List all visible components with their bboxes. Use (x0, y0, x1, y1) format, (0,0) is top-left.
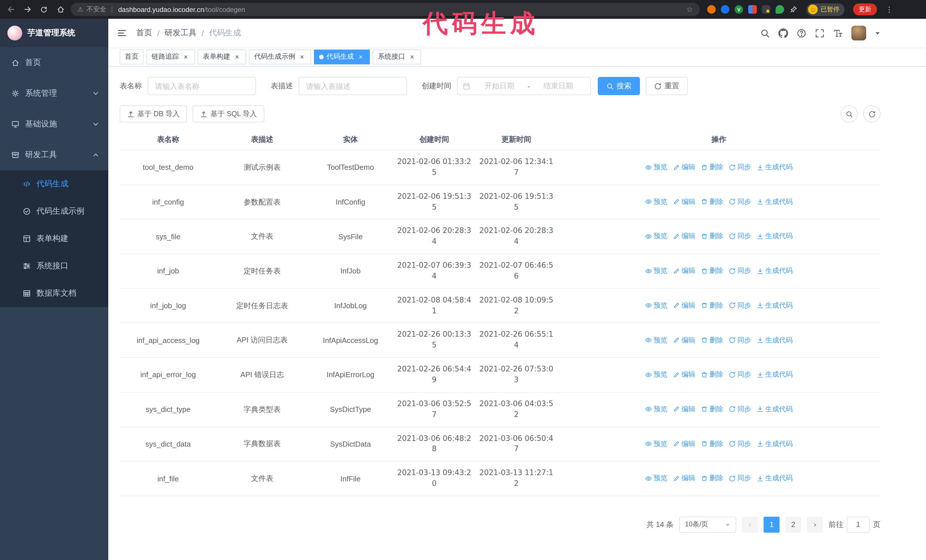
op-download-link[interactable]: 生成代码 (757, 474, 793, 483)
browser-back-button[interactable] (5, 3, 17, 16)
table-desc-input[interactable] (299, 77, 407, 95)
breadcrumb-item[interactable]: 研发工具 (165, 28, 197, 38)
page-button-2[interactable]: 2 (785, 517, 801, 533)
extension-icon[interactable] (748, 5, 757, 14)
op-sync-link[interactable]: 同步 (729, 439, 751, 448)
op-eye-link[interactable]: 预览 (645, 370, 667, 379)
security-label[interactable]: 不安全 (86, 5, 106, 14)
op-sync-link[interactable]: 同步 (729, 266, 751, 276)
tab-code-generation[interactable]: 代码生成 × (314, 49, 370, 64)
help-icon[interactable] (797, 28, 806, 38)
op-download-link[interactable]: 生成代码 (757, 301, 793, 311)
github-icon[interactable] (778, 28, 788, 38)
op-delete-link[interactable]: 删除 (701, 439, 723, 448)
op-eye-link[interactable]: 预览 (645, 266, 667, 276)
sidebar-item-system-management[interactable]: 系统管理 (0, 78, 108, 109)
op-delete-link[interactable]: 删除 (701, 301, 723, 311)
browser-reload-button[interactable] (38, 3, 50, 16)
breadcrumb-item[interactable]: 首页 (136, 28, 152, 38)
op-edit-link[interactable]: 编辑 (673, 266, 695, 276)
import-sql-button[interactable]: 基于 SQL 导入 (193, 106, 265, 122)
date-range-picker[interactable]: 开始日期 - 结束日期 (457, 77, 591, 95)
op-eye-link[interactable]: 预览 (645, 474, 667, 483)
op-delete-link[interactable]: 删除 (701, 232, 723, 241)
op-download-link[interactable]: 生成代码 (757, 335, 793, 345)
op-eye-link[interactable]: 预览 (645, 335, 667, 345)
profile-chip[interactable]: ☺ 已暂停 (806, 3, 844, 16)
table-name-input[interactable] (148, 77, 256, 95)
date-end-placeholder[interactable]: 结束日期 (531, 81, 585, 91)
op-download-link[interactable]: 生成代码 (757, 370, 793, 379)
op-download-link[interactable]: 生成代码 (757, 162, 793, 172)
op-sync-link[interactable]: 同步 (729, 197, 751, 207)
extension-icon[interactable]: V (735, 5, 743, 14)
date-start-placeholder[interactable]: 开始日期 (472, 81, 527, 91)
bookmark-star-icon[interactable]: ☆ (686, 5, 693, 14)
op-edit-link[interactable]: 编辑 (673, 405, 695, 414)
tab-close-icon[interactable]: × (357, 53, 365, 61)
update-button[interactable]: 更新 (853, 3, 877, 15)
tab-home[interactable]: 首页 (120, 49, 144, 64)
op-sync-link[interactable]: 同步 (729, 301, 751, 311)
op-edit-link[interactable]: 编辑 (673, 474, 695, 483)
extension-icon[interactable] (776, 5, 784, 14)
op-download-link[interactable]: 生成代码 (757, 405, 793, 414)
op-sync-link[interactable]: 同步 (729, 405, 751, 414)
next-page-button[interactable]: › (807, 517, 823, 533)
op-eye-link[interactable]: 预览 (645, 301, 667, 311)
op-sync-link[interactable]: 同步 (729, 232, 751, 241)
op-sync-link[interactable]: 同步 (729, 474, 751, 483)
sidebar-item-home[interactable]: 首页 (0, 47, 108, 78)
toggle-search-button[interactable] (841, 106, 858, 122)
op-sync-link[interactable]: 同步 (729, 335, 751, 345)
tab-close-icon[interactable]: × (233, 53, 241, 61)
op-edit-link[interactable]: 编辑 (673, 439, 695, 448)
op-delete-link[interactable]: 删除 (701, 405, 723, 414)
op-edit-link[interactable]: 编辑 (673, 197, 695, 207)
op-download-link[interactable]: 生成代码 (757, 232, 793, 241)
prev-page-button[interactable]: ‹ (742, 517, 758, 533)
sidebar-item-code-generation[interactable]: 代码生成 (0, 171, 108, 198)
op-delete-link[interactable]: 删除 (701, 162, 723, 172)
op-edit-link[interactable]: 编辑 (673, 335, 695, 345)
tab-close-icon[interactable]: × (182, 53, 190, 61)
op-download-link[interactable]: 生成代码 (757, 197, 793, 207)
extension-icon[interactable] (762, 5, 770, 14)
op-delete-link[interactable]: 删除 (701, 197, 723, 207)
tab-close-icon[interactable]: × (408, 53, 416, 61)
address-bar[interactable]: ⚠ 不安全 dashboard.yudao.iocoder.cn/tool/co… (71, 3, 700, 16)
browser-menu-icon[interactable]: ⋮ (885, 5, 893, 14)
op-edit-link[interactable]: 编辑 (673, 232, 695, 241)
op-delete-link[interactable]: 删除 (701, 335, 723, 345)
reset-button[interactable]: 重置 (646, 77, 688, 95)
op-sync-link[interactable]: 同步 (729, 370, 751, 379)
op-eye-link[interactable]: 预览 (645, 439, 667, 448)
fullscreen-icon[interactable] (815, 28, 825, 38)
tab-codegen-example[interactable]: 代码生成示例 × (249, 49, 311, 64)
font-size-icon[interactable] (833, 28, 843, 38)
sidebar-item-codegen-example[interactable]: 代码生成示例 (0, 198, 108, 225)
op-eye-link[interactable]: 预览 (645, 232, 667, 241)
user-avatar[interactable] (851, 26, 866, 41)
browser-home-button[interactable] (54, 3, 67, 16)
sidebar-item-dev-tools[interactable]: 研发工具 (0, 140, 108, 171)
op-delete-link[interactable]: 删除 (701, 266, 723, 276)
page-size-select[interactable]: 10条/页 (679, 517, 736, 533)
tab-close-icon[interactable]: × (298, 53, 306, 61)
op-eye-link[interactable]: 预览 (645, 197, 667, 207)
search-button[interactable]: 搜索 (598, 77, 640, 95)
page-button-1[interactable]: 1 (764, 517, 779, 533)
import-db-button[interactable]: 基于 DB 导入 (120, 106, 187, 122)
tab-system-api[interactable]: 系统接口 × (373, 49, 421, 64)
caret-down-icon[interactable] (875, 30, 881, 36)
extension-icon[interactable] (707, 5, 716, 14)
search-icon[interactable] (760, 28, 770, 38)
op-download-link[interactable]: 生成代码 (757, 439, 793, 448)
url-text[interactable]: dashboard.yudao.iocoder.cn/tool/codegen (118, 5, 245, 14)
extension-icon[interactable] (721, 5, 729, 14)
op-delete-link[interactable]: 删除 (701, 474, 723, 483)
sidebar-item-system-api[interactable]: 系统接口 (0, 252, 108, 280)
op-delete-link[interactable]: 删除 (701, 370, 723, 379)
goto-page-input[interactable] (847, 517, 870, 533)
op-download-link[interactable]: 生成代码 (757, 266, 793, 276)
